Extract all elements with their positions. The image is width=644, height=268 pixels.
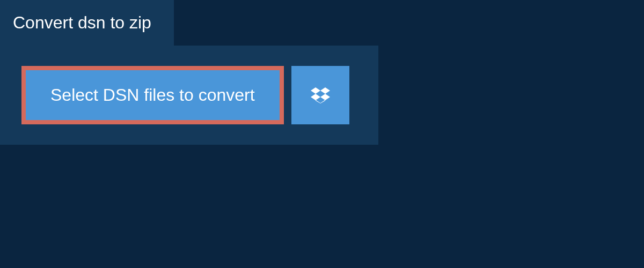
tab-bar: Convert dsn to zip xyxy=(0,0,644,46)
select-files-button[interactable]: Select DSN files to convert xyxy=(26,70,280,120)
dropbox-button[interactable] xyxy=(291,66,349,124)
convert-panel: Select DSN files to convert xyxy=(0,46,378,145)
dropbox-icon xyxy=(311,86,330,105)
tab-convert[interactable]: Convert dsn to zip xyxy=(0,0,174,46)
button-row: Select DSN files to convert xyxy=(21,66,357,124)
tab-label: Convert dsn to zip xyxy=(13,13,151,32)
select-button-highlight: Select DSN files to convert xyxy=(21,66,284,124)
select-files-label: Select DSN files to convert xyxy=(50,85,255,105)
